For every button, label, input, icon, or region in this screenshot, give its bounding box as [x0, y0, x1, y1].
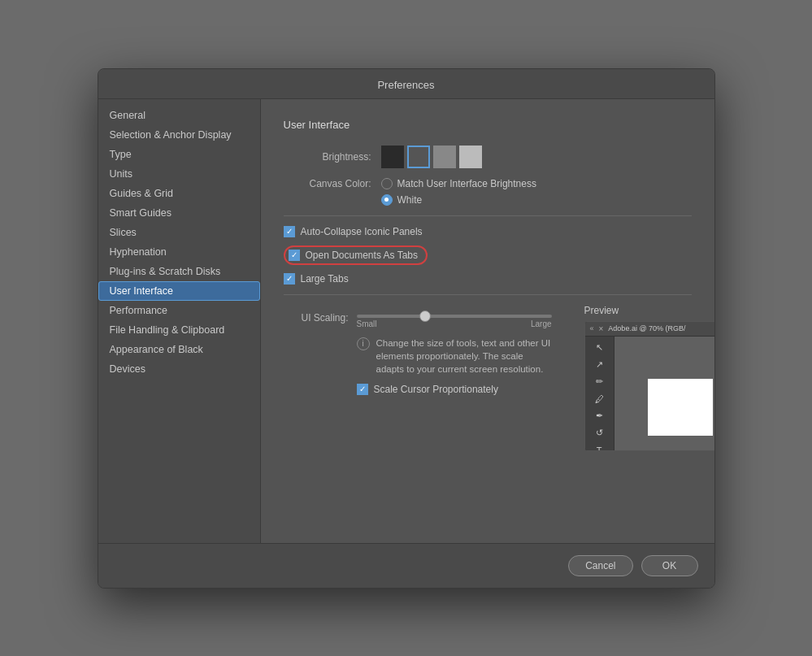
ok-button[interactable]: OK [641, 555, 698, 576]
brightness-swatches [381, 146, 482, 168]
preview-tab-bar: « × Adobe.ai @ 70% (RGB/ [585, 322, 714, 337]
sidebar-item-smart-guides[interactable]: Smart Guides [98, 203, 260, 223]
preview-content: ↖ ↗ ✏ 🖊 ✒ ↺ T / [585, 337, 714, 451]
tool-pen2: ✒ [593, 410, 606, 423]
sidebar-item-guides-grid[interactable]: Guides & Grid [98, 184, 260, 203]
sidebar-item-performance[interactable]: Performance [98, 301, 260, 320]
divider-2 [284, 294, 692, 295]
preview-chevron: « [590, 324, 594, 332]
sidebar-item-general[interactable]: General [98, 106, 260, 125]
preview-tools: ↖ ↗ ✏ 🖊 ✒ ↺ T / [585, 337, 614, 451]
tool-arrow-2: ↗ [593, 358, 606, 371]
sidebar-item-devices[interactable]: Devices [98, 359, 260, 379]
open-docs-tabs-label: Open Documents As Tabs [306, 250, 419, 261]
info-row: i Change the size of tools, text and oth… [357, 337, 552, 376]
section-title: User Interface [284, 119, 692, 131]
cancel-button[interactable]: Cancel [568, 555, 632, 576]
tool-arrow-1: ↖ [593, 341, 606, 354]
brightness-swatch-3[interactable] [433, 146, 456, 168]
scaling-preview-row: UI Scaling: Small Large [284, 305, 692, 451]
dialog-title: Preferences [377, 79, 434, 91]
canvas-option-match[interactable]: Match User Interface Brightness [381, 178, 536, 189]
preview-tab-close-btn: × [599, 324, 604, 333]
large-tabs-label: Large Tabs [301, 273, 349, 285]
tool-brush: 🖊 [593, 393, 606, 406]
slider-small-label: Small [357, 319, 377, 328]
sidebar-item-user-interface[interactable]: User Interface [98, 281, 260, 301]
scale-cursor-label: Scale Cursor Proportionately [374, 384, 498, 395]
brightness-swatch-2[interactable] [407, 146, 430, 168]
ui-scaling-thumb[interactable] [419, 311, 431, 322]
auto-collapse-checkbox[interactable] [284, 226, 295, 237]
large-tabs-row[interactable]: Large Tabs [284, 273, 692, 285]
slider-labels: Small Large [357, 319, 552, 328]
open-docs-tabs-checkbox[interactable] [289, 250, 300, 261]
scale-cursor-row[interactable]: Scale Cursor Proportionately [357, 384, 552, 395]
large-tabs-checkbox[interactable] [284, 273, 295, 285]
brightness-row: Brightness: [284, 146, 692, 168]
brightness-swatch-4[interactable] [459, 146, 482, 168]
preview-tab-text: Adobe.ai @ 70% (RGB/ [608, 324, 685, 332]
content-area: User Interface Brightness: Canvas Color: [261, 99, 714, 543]
info-icon: i [357, 337, 370, 350]
sidebar-item-slices[interactable]: Slices [98, 223, 260, 242]
canvas-option-match-label: Match User Interface Brightness [397, 178, 536, 189]
tool-swirl: ↺ [593, 427, 606, 440]
preferences-dialog: Preferences General Selection & Anchor D… [98, 68, 715, 589]
ui-scaling-row: UI Scaling: Small Large [284, 308, 552, 328]
canvas-color-row: Canvas Color: Match User Interface Brigh… [284, 178, 692, 206]
brightness-swatch-1[interactable] [381, 146, 404, 168]
preview-canvas [614, 337, 714, 451]
sidebar-item-file-handling[interactable]: File Handling & Clipboard [98, 320, 260, 340]
tool-type: T [593, 444, 606, 451]
ui-scaling-track[interactable] [357, 315, 552, 318]
auto-collapse-label: Auto-Collapse Iconic Panels [301, 226, 423, 237]
sidebar-item-appearance-black[interactable]: Appearance of Black [98, 340, 260, 359]
info-text: Change the size of tools, text and other… [376, 337, 552, 376]
sidebar-item-plugins-scratch[interactable]: Plug-ins & Scratch Disks [98, 262, 260, 281]
canvas-radio-white[interactable] [381, 194, 393, 206]
canvas-color-label: Canvas Color: [284, 178, 381, 189]
preview-panel: Preview « × Adobe.ai @ 70% (RGB/ ↖ ↗ ✏ [584, 305, 714, 451]
sidebar-item-units[interactable]: Units [98, 164, 260, 184]
dialog-body: General Selection & Anchor Display Type … [98, 99, 714, 543]
sidebar-item-hyphenation[interactable]: Hyphenation [98, 242, 260, 262]
preview-label: Preview [584, 305, 714, 316]
tool-pen: ✏ [593, 376, 606, 389]
scale-cursor-checkbox[interactable] [357, 384, 368, 395]
canvas-option-white-label: White [397, 194, 423, 206]
divider-1 [284, 215, 692, 216]
ui-scaling-section: UI Scaling: Small Large [284, 308, 552, 403]
slider-large-label: Large [531, 319, 552, 328]
title-bar: Preferences [98, 69, 714, 99]
canvas-color-options: Match User Interface Brightness White [381, 178, 536, 206]
sidebar: General Selection & Anchor Display Type … [98, 99, 261, 543]
sidebar-item-selection-anchor[interactable]: Selection & Anchor Display [98, 125, 260, 145]
canvas-option-white[interactable]: White [381, 194, 536, 206]
ui-scaling-slider-container: Small Large [357, 308, 552, 328]
preview-white-box [648, 379, 713, 436]
sidebar-item-type[interactable]: Type [98, 145, 260, 164]
open-docs-tabs-row[interactable]: Open Documents As Tabs [284, 245, 428, 265]
ui-scaling-label: UI Scaling: [284, 312, 349, 324]
auto-collapse-row[interactable]: Auto-Collapse Iconic Panels [284, 226, 692, 237]
dialog-footer: Cancel OK [98, 543, 714, 588]
preview-box: « × Adobe.ai @ 70% (RGB/ ↖ ↗ ✏ 🖊 ✒ [584, 321, 714, 451]
brightness-label: Brightness: [284, 151, 381, 163]
canvas-radio-match[interactable] [381, 178, 393, 189]
